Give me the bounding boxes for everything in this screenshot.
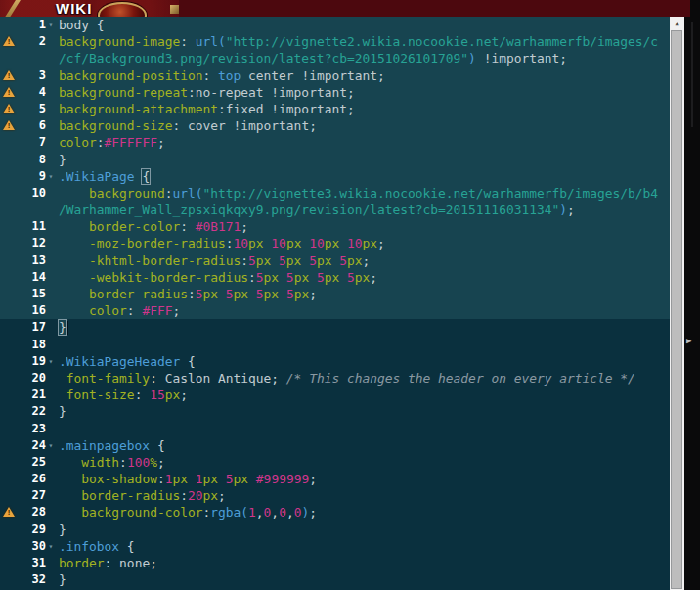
line-number[interactable]: 27 (18, 487, 46, 504)
line-number[interactable]: 3 (18, 68, 46, 84)
code-line-content[interactable]: /cf/Background3.png/revision/latest?cb=2… (56, 50, 567, 67)
code-token: px (286, 236, 302, 250)
code-token: : (157, 472, 165, 486)
line-number[interactable]: 4 (18, 84, 46, 101)
code-token: cover (188, 118, 226, 133)
line-number[interactable]: 15 (18, 286, 46, 302)
code-line-content[interactable]: background-size: cover !important; (56, 117, 317, 134)
code-line-content[interactable]: } (56, 152, 66, 168)
line-number[interactable]: 2 (18, 33, 46, 50)
code-token: .mainpagebox (59, 438, 150, 453)
line-number[interactable]: 22 (18, 403, 46, 420)
scroll-up-button[interactable]: ▲ (670, 17, 684, 30)
scrollbar-thumb[interactable] (671, 30, 682, 589)
code-line-content[interactable]: width:100%; (56, 454, 165, 471)
code-line-content[interactable]: body { (56, 17, 105, 33)
code-line-content[interactable]: color:#FFFFFF; (56, 134, 165, 151)
line-number[interactable]: 17 (18, 319, 46, 336)
code-line-content[interactable]: background-repeat:no-repeat !important; (56, 84, 355, 101)
line-number[interactable]: 25 (18, 454, 46, 471)
code-token (271, 253, 279, 268)
code-line-content[interactable]: background-attachment:fixed !important; (56, 101, 355, 117)
warning-spacer (0, 252, 18, 269)
code-line-content[interactable]: border-radius:5px 5px 5px 5px; (56, 286, 317, 302)
code-line-content[interactable]: } (56, 571, 66, 588)
code-line-content[interactable]: background-color:rgba(1,0,0,0); (56, 504, 317, 521)
fold-arrow-icon[interactable]: ▾ (46, 17, 56, 33)
line-gutter: !2 (0, 33, 56, 50)
line-number[interactable]: 23 (18, 421, 46, 437)
line-number[interactable]: 18 (18, 337, 46, 353)
code-token: !important (301, 68, 377, 83)
line-number[interactable]: 16 (18, 302, 46, 319)
code-line-content[interactable]: .WikiaPageHeader { (56, 353, 196, 370)
code-lines-container: 1▾body {!2background-image: url("http://… (0, 17, 670, 590)
code-line-content[interactable]: .infobox { (56, 538, 135, 555)
line-number[interactable]: 30 (18, 538, 46, 555)
code-token: box-shadow (81, 472, 157, 486)
line-number[interactable]: 29 (18, 522, 46, 538)
code-line-content[interactable]: border-color: #0B171; (56, 218, 248, 235)
code-line-content[interactable] (56, 337, 59, 353)
code-line-content[interactable]: -khtml-border-radius:5px 5px 5px 5px; (56, 252, 370, 269)
code-line-content[interactable]: /Warhammer_Wall_zpsxiqkqxy9.png/revision… (56, 202, 575, 218)
line-number[interactable]: 31 (18, 555, 46, 571)
line-number[interactable]: 26 (18, 471, 46, 487)
code-token (59, 505, 81, 520)
line-number[interactable]: 5 (18, 101, 46, 117)
code-line-content[interactable]: box-shadow:1px 1px 5px #999999; (56, 471, 317, 487)
line-number[interactable]: 1 (18, 17, 46, 33)
warning-spacer (0, 386, 18, 403)
warning-spacer (0, 286, 18, 302)
line-number[interactable]: 7 (18, 134, 46, 151)
line-number[interactable]: 28 (18, 504, 46, 521)
code-token: : (202, 68, 218, 83)
code-line-content[interactable]: font-size: 15px; (56, 386, 188, 403)
code-line-content[interactable]: border: none; (56, 555, 157, 571)
fold-arrow-icon[interactable]: ▾ (46, 353, 56, 370)
line-number[interactable]: 12 (18, 235, 46, 251)
code-line-content[interactable]: -moz-border-radius:10px 10px 10px 10px; (56, 235, 385, 251)
code-line-content[interactable]: background-position: top center !importa… (56, 68, 385, 84)
code-line-content[interactable] (56, 421, 59, 437)
line-number[interactable]: 21 (18, 386, 46, 403)
code-line-content[interactable]: font-family: Caslon Antique; /* This cha… (56, 370, 635, 386)
code-line-content[interactable]: .WikiaPage { (56, 168, 150, 185)
code-line-content[interactable]: border-radius:20px; (56, 487, 226, 504)
line-number[interactable]: 10 (18, 185, 46, 202)
line-number[interactable]: 13 (18, 252, 46, 269)
code-line-content[interactable]: } (56, 319, 68, 336)
fold-arrow-icon[interactable]: ▾ (46, 538, 56, 555)
expand-right-arrow-icon[interactable]: ▶ (686, 336, 691, 345)
code-line-content[interactable]: -webkit-border-radius:5px 5px 5px 5px; (56, 269, 377, 286)
line-number[interactable]: 19 (18, 353, 46, 370)
code-editor[interactable]: 1▾body {!2background-image: url("http://… (0, 17, 670, 590)
line-number[interactable]: 32 (18, 571, 46, 588)
code-token: "http://vignette2.wikia.nocookie.net/war… (226, 34, 658, 49)
code-line-content[interactable]: } (56, 403, 66, 420)
line-number[interactable]: 6 (18, 117, 46, 134)
code-line: 31border: none; (0, 555, 670, 571)
editor-scrollbar[interactable]: ▲ (670, 17, 684, 590)
fold-arrow-icon[interactable]: ▾ (46, 437, 56, 454)
line-number[interactable]: 24 (18, 437, 46, 454)
code-token: top (218, 68, 241, 83)
warning-icon: ! (0, 68, 18, 84)
line-number[interactable]: 8 (18, 152, 46, 168)
code-line-content[interactable]: background:url("http://vignette3.wikia.n… (56, 185, 658, 202)
code-token (279, 270, 286, 285)
line-number[interactable]: 11 (18, 218, 46, 235)
code-line-content[interactable]: .mainpagebox { (56, 437, 165, 454)
code-line-content[interactable]: } (56, 522, 66, 538)
code-token: ; (309, 287, 317, 301)
fold-arrow-icon[interactable]: ▾ (46, 168, 56, 185)
code-token: } (59, 153, 66, 167)
warning-spacer (0, 235, 18, 251)
code-token: none (119, 556, 150, 570)
line-number[interactable]: 14 (18, 269, 46, 286)
code-line-content[interactable]: color: #FFF; (56, 302, 180, 319)
line-number[interactable]: 9 (18, 168, 46, 185)
code-line-content[interactable]: background-image: url("http://vignette2.… (56, 33, 658, 50)
code-line: 24▾.mainpagebox { (0, 437, 670, 454)
line-number[interactable]: 20 (18, 370, 46, 386)
